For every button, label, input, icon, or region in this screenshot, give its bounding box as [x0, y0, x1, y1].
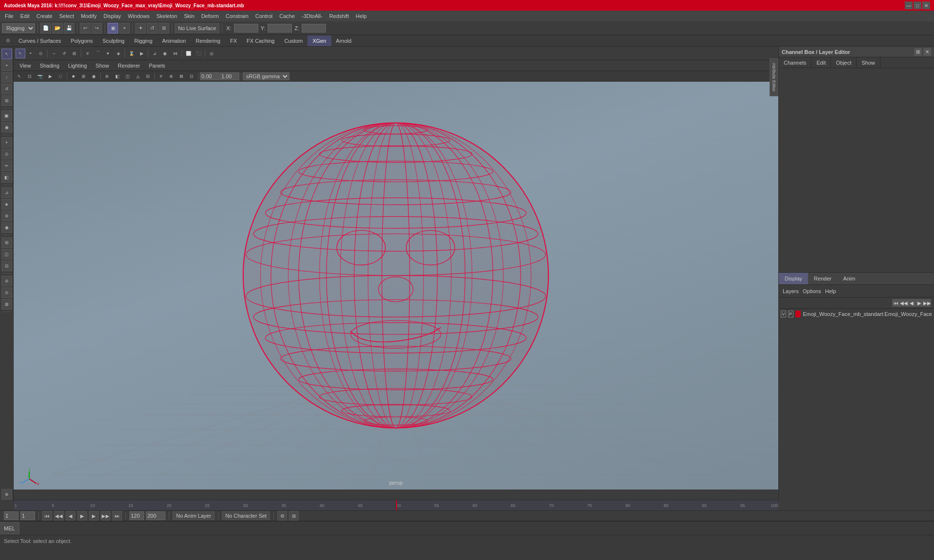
vpt-move[interactable]: ⊡ — [25, 72, 35, 81]
tool-smooth[interactable]: ⬛ — [194, 49, 203, 58]
tool-snap-view[interactable]: ◈ — [113, 49, 123, 58]
tab-fx[interactable]: FX — [225, 35, 242, 46]
cb-tab-show[interactable]: Show — [857, 57, 880, 68]
menu-skeleton[interactable]: Skeleton — [153, 12, 180, 20]
cb-tab-channels[interactable]: Channels — [779, 57, 811, 68]
menu-constrain[interactable]: Constrain — [223, 12, 251, 20]
cb-float-button[interactable]: ⊞ — [914, 48, 922, 56]
tab-animation[interactable]: Animation — [157, 35, 191, 46]
maximize-button[interactable]: □ — [914, 1, 921, 9]
vpt-texture[interactable]: ⊞ — [79, 72, 89, 81]
tool16[interactable]: ⊠ — [1, 299, 12, 310]
cb-tab-edit[interactable]: Edit — [811, 57, 831, 68]
attribute-editor-tab[interactable]: Attribute Editor — [770, 58, 778, 96]
tab-sculpting[interactable]: Sculpting — [98, 35, 129, 46]
minimize-button[interactable]: — — [905, 1, 913, 9]
tool-move[interactable]: ↔ — [49, 49, 59, 58]
vpt-hud[interactable]: ⊠ — [177, 72, 186, 81]
rotate-v[interactable]: ↺ — [1, 84, 12, 94]
vp-menu-renderer[interactable]: Renderer — [114, 62, 144, 70]
anim-layer-options[interactable]: ⊞ — [289, 511, 299, 521]
playhead[interactable] — [396, 500, 397, 510]
rotate-tool[interactable]: ↺ — [147, 23, 158, 34]
tool-snap-curve[interactable]: ⌒ — [93, 49, 103, 58]
vpt-grid[interactable]: # — [156, 72, 166, 81]
vpt-select[interactable]: ↖ — [15, 72, 24, 81]
select-tool-v[interactable]: ↖ — [1, 49, 12, 59]
tool-isolate[interactable]: ◎ — [207, 49, 216, 58]
cb-close-button[interactable]: ✕ — [923, 48, 931, 56]
transport-play[interactable]: ▶ — [77, 511, 87, 521]
vpt-iso[interactable]: ⊛ — [102, 72, 112, 81]
y-input[interactable] — [268, 24, 292, 33]
vpt-wire[interactable]: □ — [55, 72, 65, 81]
tab-xgen[interactable]: XGen — [307, 35, 331, 46]
help-link[interactable]: Help — [825, 288, 836, 294]
menu-edit[interactable]: Edit — [18, 12, 33, 20]
scale-v[interactable]: ⊞ — [1, 95, 12, 106]
tool4[interactable]: ⊙ — [1, 149, 12, 159]
x-input[interactable] — [234, 24, 258, 33]
tool-display[interactable]: ⬜ — [183, 49, 193, 58]
color-mode-select[interactable]: sRGB gamma — [243, 72, 289, 80]
tool17[interactable]: ⊕ — [1, 489, 12, 500]
tool-snap-grid[interactable]: # — [83, 49, 92, 58]
vp-menu-view[interactable]: View — [16, 62, 35, 70]
vpt-camera[interactable]: 📷 — [35, 72, 45, 81]
select-tool[interactable]: ▣ — [108, 23, 118, 34]
close-button[interactable]: ✕ — [922, 1, 930, 9]
transport-go-end[interactable]: ⏭ — [112, 511, 122, 521]
tool9[interactable]: ⊛ — [1, 210, 12, 221]
layer-nav-prev-prev[interactable]: ◀◀ — [900, 299, 908, 307]
vp-menu-shading[interactable]: Shading — [36, 62, 63, 70]
vpt-ao[interactable]: ◬ — [133, 72, 143, 81]
save-scene-button[interactable]: 💾 — [64, 23, 74, 34]
menu-redshift[interactable]: Redshift — [326, 12, 352, 20]
tool13[interactable]: ⊟ — [1, 261, 12, 271]
far-clip-field[interactable] — [220, 72, 239, 80]
layer-nav-next-next[interactable]: ▶▶ — [923, 299, 931, 307]
tool3[interactable]: ⌖ — [1, 137, 12, 148]
layer-nav-first[interactable]: ⏮ — [892, 299, 900, 307]
tab-polygons[interactable]: Polygons — [66, 35, 97, 46]
tab-curves-surfaces[interactable]: Curves / Surfaces — [14, 35, 66, 46]
range-end-input[interactable] — [146, 511, 165, 520]
tool-history[interactable]: ⌛ — [126, 49, 136, 58]
frame-start-input[interactable] — [4, 511, 18, 520]
mode-icon[interactable]: ⚙ — [2, 35, 14, 46]
menu-create[interactable]: Create — [34, 12, 55, 20]
menu-windows[interactable]: Windows — [125, 12, 153, 20]
tool11[interactable]: ⊞ — [1, 237, 12, 248]
undo-button[interactable]: ↩ — [80, 23, 90, 34]
cb-anim-tab[interactable]: Anim — [837, 273, 861, 284]
vpt-xray[interactable]: ◫ — [123, 72, 132, 81]
cb-render-tab[interactable]: Render — [808, 273, 837, 284]
layer-visibility[interactable]: V — [781, 311, 786, 317]
cb-tab-object[interactable]: Object — [831, 57, 857, 68]
menu-modify[interactable]: Modify — [78, 12, 99, 20]
tool15[interactable]: ⊝ — [1, 287, 12, 298]
vpt-shadow[interactable]: ◧ — [112, 72, 122, 81]
tool-sym[interactable]: ⋈ — [170, 49, 180, 58]
vp-menu-lighting[interactable]: Lighting — [64, 62, 91, 70]
cb-display-tab[interactable]: Display — [779, 273, 808, 284]
viewport-3d[interactable]: persp X Y Z — [14, 82, 778, 490]
char-set-options[interactable]: ⚙ — [277, 511, 287, 521]
transport-step-back[interactable]: ◀◀ — [54, 511, 64, 521]
layers-link[interactable]: Layers — [783, 288, 799, 294]
open-scene-button[interactable]: 📂 — [52, 23, 63, 34]
transport-next-frame[interactable]: ▶ — [89, 511, 99, 521]
tab-rigging[interactable]: Rigging — [129, 35, 157, 46]
vpt-play[interactable]: ▶ — [45, 72, 55, 81]
tool-paint-select[interactable]: ⚬ — [26, 49, 36, 58]
vp-menu-panels[interactable]: Panels — [145, 62, 169, 70]
layer-color-swatch[interactable] — [795, 311, 801, 317]
tool-scale[interactable]: ⊞ — [70, 49, 79, 58]
transport-prev-frame[interactable]: ◀ — [66, 511, 75, 521]
tool6[interactable]: ◧ — [1, 172, 12, 183]
tab-rendering[interactable]: Rendering — [191, 35, 225, 46]
menu-skin[interactable]: Skin — [181, 12, 197, 20]
tab-custom[interactable]: Custom — [280, 35, 308, 46]
tool-rotate[interactable]: ↺ — [59, 49, 69, 58]
frame-end-input[interactable] — [129, 511, 144, 520]
